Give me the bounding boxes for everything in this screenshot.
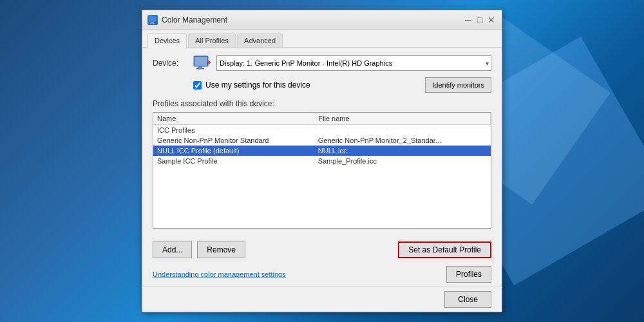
title-controls: ─ □ ✕ <box>463 15 497 25</box>
link-row: Understanding color management settings … <box>142 263 502 287</box>
tab-devices[interactable]: Devices <box>147 33 187 48</box>
add-button[interactable]: Add... <box>153 242 192 258</box>
table-row[interactable]: Sample ICC Profile Sample_Profile.icc <box>153 156 491 166</box>
icc-profiles-label: ICC Profiles <box>153 125 491 136</box>
profiles-table-container[interactable]: Name File name ICC Profiles Generic Non-… <box>153 112 491 229</box>
device-label: Device: <box>153 59 188 68</box>
my-settings-checkbox[interactable] <box>193 81 202 90</box>
row-filename-selected: NULL.icc <box>314 146 491 156</box>
understanding-link[interactable]: Understanding color management settings <box>153 270 286 278</box>
row-name: Generic Non-PnP Monitor Standard <box>153 135 314 146</box>
col-filename-header: File name <box>314 113 491 125</box>
set-default-profile-button[interactable]: Set as Default Profile <box>398 242 491 258</box>
checkbox-label: Use my settings for this device <box>205 80 310 90</box>
tab-all-profiles[interactable]: All Profiles <box>188 33 236 47</box>
maximize-button[interactable]: □ <box>475 15 485 25</box>
dialog-content: Device: Display: 1. Generic PnP Monitor … <box>142 48 502 236</box>
profiles-section-label: Profiles associated with this device: <box>153 99 491 108</box>
tab-bar: Devices All Profiles Advanced <box>142 30 502 48</box>
checkbox-row: Use my settings for this device Identify… <box>153 77 491 93</box>
device-select-wrapper: Display: 1. Generic PnP Monitor - Intel(… <box>216 55 491 71</box>
remove-button[interactable]: Remove <box>197 242 245 258</box>
identify-monitors-button[interactable]: Identify monitors <box>425 77 491 93</box>
row-filename: Sample_Profile.icc <box>314 156 491 166</box>
close-button[interactable]: Close <box>444 291 491 308</box>
title-bar-left: Color Management <box>147 15 227 25</box>
device-select[interactable]: Display: 1. Generic PnP Monitor - Intel(… <box>216 55 491 71</box>
minimize-button[interactable]: ─ <box>463 15 473 25</box>
dialog-footer: Close <box>142 287 502 312</box>
svg-rect-5 <box>198 66 202 68</box>
dialog-title: Color Management <box>162 15 227 24</box>
profiles-button[interactable]: Profiles <box>446 266 491 283</box>
row-name-selected: NULL ICC Profile (default) <box>153 146 314 156</box>
dialog-icon <box>147 15 158 25</box>
monitor-icon <box>193 55 211 71</box>
close-title-button[interactable]: ✕ <box>486 15 497 25</box>
profiles-section: Profiles associated with this device: Na… <box>153 99 491 229</box>
profiles-table: Name File name ICC Profiles Generic Non-… <box>153 113 491 166</box>
table-row[interactable]: Generic Non-PnP Monitor Standard Generic… <box>153 135 491 146</box>
col-name-header: Name <box>153 113 314 125</box>
svg-rect-2 <box>150 23 155 24</box>
device-row: Device: Display: 1. Generic PnP Monitor … <box>153 55 491 71</box>
table-row-selected[interactable]: NULL ICC Profile (default) NULL.icc <box>153 146 491 156</box>
svg-rect-0 <box>149 16 156 22</box>
title-bar: Color Management ─ □ ✕ <box>142 10 502 30</box>
bottom-buttons: Add... Remove Set as Default Profile <box>142 236 502 263</box>
icc-profiles-header-row: ICC Profiles <box>153 125 491 136</box>
row-filename: Generic Non-PnP Monitor_2_Standar... <box>314 135 491 146</box>
row-name: Sample ICC Profile <box>153 156 314 166</box>
svg-rect-6 <box>196 68 204 70</box>
color-management-dialog: Color Management ─ □ ✕ Devices All Profi… <box>142 10 502 312</box>
tab-advanced[interactable]: Advanced <box>237 33 283 47</box>
svg-rect-1 <box>151 22 154 23</box>
svg-rect-4 <box>194 57 207 66</box>
